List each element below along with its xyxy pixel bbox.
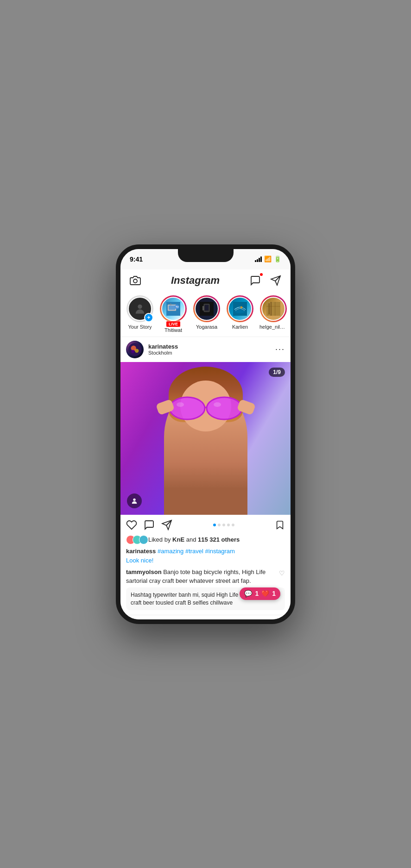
svg-text:TV: TV — [176, 306, 179, 308]
like-button[interactable] — [126, 519, 137, 531]
thitiwat-avatar: TV — [161, 297, 185, 321]
dot-3 — [222, 524, 225, 526]
app-content: Instagram — [120, 269, 291, 619]
phone-frame: 9:41 📶 🔋 Instagram — [116, 244, 295, 624]
post-more-button[interactable]: ··· — [275, 344, 285, 354]
status-bar: 9:41 📶 🔋 — [120, 249, 291, 269]
bookmark-button[interactable] — [275, 520, 285, 530]
yogarasa-ring — [193, 295, 220, 322]
svg-rect-21 — [275, 302, 275, 316]
notif-comment-count: 1 — [255, 589, 259, 599]
likes-user[interactable]: KnE — [172, 536, 184, 543]
svg-point-26 — [131, 350, 134, 353]
helge-ring — [260, 295, 287, 322]
caption-hashtags[interactable]: #amazing #travel #instagram — [158, 548, 235, 555]
image-counter: 1/9 — [269, 368, 285, 377]
post-image: 1/9 — [120, 362, 291, 515]
post-likes: Liked by KnE and 115 321 others — [120, 535, 291, 546]
tag-person-button[interactable] — [127, 493, 142, 508]
wifi-icon: 📶 — [264, 256, 272, 262]
svg-point-35 — [214, 402, 221, 407]
svg-rect-20 — [271, 302, 272, 316]
story-item-thitiwat[interactable]: TV LIVE Thitiwat — [159, 295, 187, 333]
header-actions — [248, 273, 283, 288]
status-time: 9:41 — [130, 256, 143, 263]
svg-rect-7 — [171, 303, 171, 306]
post-person — [155, 367, 257, 515]
app-header: Instagram — [120, 269, 291, 292]
camera-button[interactable] — [128, 273, 143, 288]
svg-rect-13 — [202, 306, 204, 311]
helge-label: helge_nilsen — [259, 324, 287, 330]
like-avatar-3 — [139, 535, 148, 544]
notif-heart-icon: ❤️ — [261, 589, 269, 599]
comment-row-1: tammyolson Banjo tote bag bicycle rights… — [126, 568, 285, 586]
post-location[interactable]: Stockholm — [148, 350, 178, 356]
karlien-label: Karlien — [232, 324, 248, 330]
status-icons: 📶 🔋 — [255, 256, 281, 262]
dot-1 — [213, 524, 216, 526]
thitiwat-label: Thitiwat — [164, 327, 182, 333]
share-button[interactable] — [161, 519, 172, 531]
comment-preview: Hashtag typewriter banh mi, squid High L… — [126, 587, 285, 611]
post-comments: tammyolson Banjo tote bag bicycle rights… — [120, 567, 291, 615]
story-item-your-story[interactable]: + Your Story — [126, 295, 154, 333]
post-avatar[interactable] — [126, 341, 144, 358]
app-logo: Instagram — [171, 275, 220, 287]
story-item-helge[interactable]: helge_nilsen — [259, 295, 287, 333]
yogarasa-label: Yogarasa — [196, 324, 217, 330]
caption-tagline: Look nice! — [126, 556, 285, 565]
stories-row: + Your Story — [120, 292, 291, 337]
story-item-yogarasa[interactable]: Yogarasa — [193, 295, 221, 333]
notif-comment-icon: 💬 — [244, 589, 252, 599]
comment-text-1: tammyolson Banjo tote bag bicycle rights… — [126, 568, 275, 586]
svg-rect-6 — [169, 305, 175, 310]
yogarasa-avatar-wrap — [193, 295, 220, 322]
thitiwat-avatar-wrap: TV LIVE — [160, 295, 187, 325]
story-item-karlien[interactable]: Karlien — [226, 295, 254, 333]
svg-point-0 — [133, 279, 137, 283]
post-username[interactable]: karinatess — [148, 343, 178, 350]
messenger-button[interactable] — [268, 273, 283, 288]
helge-avatar — [261, 297, 285, 321]
notif-heart-count: 1 — [272, 589, 276, 599]
post-actions-left — [126, 519, 172, 531]
sunglasses — [166, 394, 245, 422]
comment-like-1[interactable]: ♡ — [279, 568, 285, 578]
battery-icon: 🔋 — [274, 256, 281, 262]
activity-button[interactable] — [248, 273, 263, 288]
your-story-avatar-wrap: + — [126, 295, 153, 322]
svg-rect-12 — [205, 305, 209, 310]
post-user-info: karinatess Stockholm — [126, 341, 178, 358]
svg-rect-18 — [266, 302, 280, 316]
notch — [178, 249, 234, 262]
signal-icon — [255, 256, 262, 262]
svg-point-34 — [177, 402, 184, 407]
karlien-avatar — [228, 297, 252, 321]
svg-rect-22 — [266, 306, 280, 306]
svg-point-25 — [135, 349, 139, 352]
dot-4 — [227, 524, 230, 526]
svg-point-16 — [240, 306, 243, 308]
post-header: karinatess Stockholm ··· — [120, 337, 291, 362]
your-story-label: Your Story — [128, 324, 152, 330]
likes-count[interactable]: 115 321 others — [198, 536, 240, 543]
live-badge: LIVE — [166, 321, 181, 327]
like-avatars — [126, 535, 145, 544]
svg-rect-19 — [269, 303, 270, 314]
add-story-button[interactable]: + — [144, 313, 153, 322]
svg-point-36 — [133, 498, 135, 500]
post-caption: karinatess #amazing #travel #instagramLo… — [120, 546, 291, 567]
commenter-1[interactable]: tammyolson — [126, 568, 162, 575]
caption-username[interactable]: karinatess — [126, 548, 156, 555]
yogarasa-avatar — [195, 297, 219, 321]
karlien-avatar-wrap — [227, 295, 253, 322]
likes-text: Liked by KnE and 115 321 others — [148, 536, 240, 543]
svg-point-3 — [138, 304, 142, 308]
karlien-ring — [227, 295, 253, 322]
dot-5 — [232, 524, 234, 526]
carousel-dots — [213, 524, 234, 526]
comment-button[interactable] — [144, 519, 155, 531]
post-user-details: karinatess Stockholm — [148, 343, 178, 356]
dot-2 — [218, 524, 221, 526]
